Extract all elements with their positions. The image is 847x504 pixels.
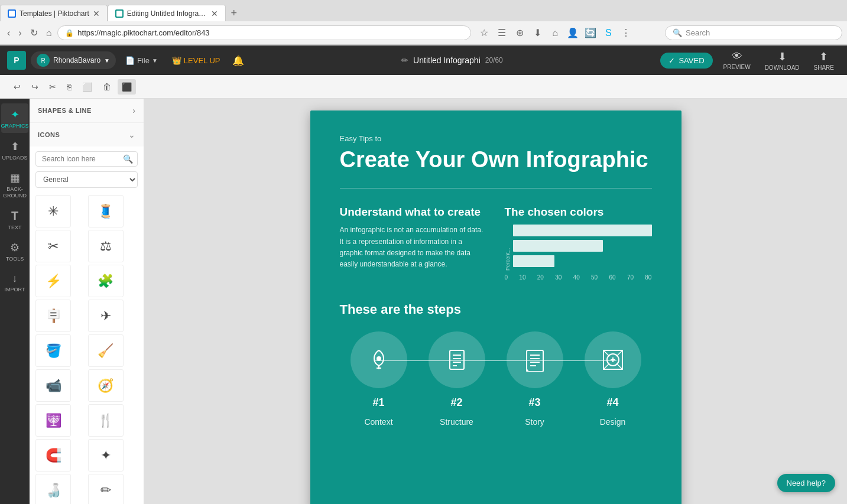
step-3: #3 Story [507, 331, 563, 427]
copy-button[interactable]: ⎘ [63, 79, 76, 95]
icon-item-paper-plane[interactable]: ✈ [88, 300, 124, 332]
icons-section-header[interactable]: ICONS ⌄ [30, 123, 144, 147]
redo-button[interactable]: ↪ [27, 79, 43, 95]
pocket-icon[interactable]: ⊛ [512, 26, 527, 40]
doc-title[interactable]: Untitled Infographi [413, 56, 481, 65]
file-menu[interactable]: 📄 File ▼ [121, 54, 163, 67]
step-2-num: #2 [450, 396, 462, 409]
doc-counter: 20/60 [485, 56, 503, 64]
sidebar-item-tools[interactable]: ⚙ TOOLS [1, 236, 28, 265]
icon-item-menorah[interactable]: 🕎 [35, 404, 71, 437]
icon-item-bottle[interactable]: 🍶 [35, 474, 71, 504]
icon-search-icon[interactable]: 🔍 [123, 154, 133, 164]
icon-item-magnet[interactable]: 🧲 [35, 439, 71, 472]
icons-section: ICONS ⌄ 🔍 General Business Techno [30, 123, 144, 504]
browser-icons: ☆ ☰ ⊛ ⬇ ⌂ 👤 🔄 S ⋮ [477, 26, 633, 40]
icon-item-compass[interactable]: 🧭 [88, 369, 124, 402]
share-button[interactable]: ⬆ SHARE [808, 48, 840, 73]
icon-item-scales[interactable]: ⚖ [88, 230, 124, 262]
info-section1-text: An infographic is not an accumulation of… [340, 225, 487, 270]
icon-item-fork[interactable]: 🍴 [88, 404, 124, 437]
saved-label: SAVED [679, 56, 704, 65]
tab-templates[interactable]: Templates | Piktochart ✕ [0, 5, 108, 21]
svg-rect-10 [527, 350, 543, 372]
new-tab-button[interactable]: + [226, 5, 242, 21]
menu-icon[interactable]: ⋮ [619, 26, 633, 40]
axis-70: 70 [627, 274, 634, 281]
infographic-canvas[interactable]: Easy Tips to Create Your Own Infographic… [310, 110, 682, 504]
sync-icon[interactable]: 🔄 [583, 26, 598, 40]
sidebar-item-import[interactable]: ↓ IMPORT [1, 268, 28, 296]
saved-button[interactable]: ✓ SAVED [660, 53, 712, 69]
paste-button[interactable]: ⬜ [78, 79, 96, 95]
graphics-icon: ✦ [11, 108, 20, 121]
profile-icon[interactable]: 👤 [566, 26, 580, 40]
icon-item-puzzle[interactable]: 🧩 [88, 265, 124, 297]
tab-close-1[interactable]: ✕ [93, 9, 100, 18]
address-input[interactable]: 🔒 https://magic.piktochart.com/editor/84… [57, 25, 471, 40]
svg-point-2 [377, 356, 381, 361]
tab-editing[interactable]: Editing Untitled Infograp... ✕ [108, 5, 226, 21]
preview-button[interactable]: 👁 PREVIEW [718, 48, 757, 73]
sidebar-icon-nav: ✦ GRAPHICS ⬆ UPLOADS ▦ BACK-GROUND T TEX… [0, 99, 30, 504]
info-section2-title: The chosen colors [505, 205, 652, 219]
svg-rect-5 [450, 350, 464, 369]
tab-bar: Templates | Piktochart ✕ Editing Untitle… [0, 0, 847, 21]
forward-button[interactable]: › [16, 25, 24, 41]
icon-item-video[interactable]: 📹 [35, 369, 71, 402]
search-bar[interactable]: 🔍 Search [665, 25, 842, 40]
icon-item-asterisk[interactable]: ✳ [35, 195, 71, 227]
icons-expand-icon: ⌄ [128, 130, 135, 139]
icon-item-bucket[interactable]: 🪣 [35, 334, 71, 367]
user-menu[interactable]: R RhondaBavaro ▼ [31, 51, 116, 69]
left-panel: ✦ GRAPHICS ⬆ UPLOADS ▦ BACK-GROUND T TEX… [0, 99, 144, 504]
tab-close-2[interactable]: ✕ [211, 9, 218, 18]
tab-icon-2 [115, 9, 124, 18]
icon-item-scissors[interactable]: ✂ [35, 230, 71, 262]
axis-60: 60 [609, 274, 615, 281]
step-2-circle [429, 331, 485, 388]
delete-button[interactable]: 🗑 [99, 79, 115, 95]
shapes-section-header[interactable]: SHAPES & LINE › [30, 99, 144, 122]
skype-icon[interactable]: S [601, 26, 615, 40]
chart-bar-fill-1 [513, 225, 652, 236]
undo-button[interactable]: ↩ [9, 79, 25, 95]
download-icon[interactable]: ⬇ [530, 26, 544, 40]
icons-grid: ✳ 🧵 ✂ ⚖ ⚡ 🧩 🪧 ✈ 🪣 🧹 📹 🧭 🕎 🍴 [30, 193, 144, 504]
bring-front-button[interactable]: ⬛ [118, 79, 136, 95]
sidebar-item-background[interactable]: ▦ BACK-GROUND [1, 167, 28, 203]
star-icon[interactable]: ☆ [477, 26, 491, 40]
svg-line-20 [603, 363, 609, 369]
sidebar-item-text[interactable]: T TEXT [1, 204, 28, 234]
share-icon: ⬆ [819, 50, 828, 63]
notification-bell[interactable]: 🔔 [232, 55, 244, 66]
info-steps-title: These are the steps [340, 302, 652, 317]
download-button[interactable]: ⬇ DOWNLOAD [759, 48, 806, 73]
svg-line-18 [603, 350, 609, 356]
icon-item-signpost[interactable]: 🪧 [35, 300, 71, 332]
icon-item-circuit[interactable]: ⚡ [35, 265, 71, 297]
icon-category-dropdown[interactable]: General Business Technology [35, 171, 138, 188]
reload-button[interactable]: ↻ [28, 25, 40, 41]
home-button[interactable]: ⌂ [44, 25, 54, 41]
text-icon: T [11, 209, 18, 223]
icon-item-sewing[interactable]: 🧵 [88, 195, 124, 227]
app-logo[interactable]: P [7, 51, 26, 70]
home-nav-icon[interactable]: ⌂ [548, 26, 562, 40]
levelup-icon: 👑 [172, 56, 181, 65]
background-label: BACK-GROUND [3, 186, 27, 199]
icon-dropdown-row: General Business Technology [30, 171, 144, 193]
need-help-button[interactable]: Need help? [777, 474, 836, 492]
canvas-area[interactable]: Easy Tips to Create Your Own Infographic… [144, 99, 847, 504]
back-button[interactable]: ‹ [5, 25, 12, 41]
levelup-button[interactable]: 👑 LEVEL UP [167, 54, 225, 67]
sidebar-item-uploads[interactable]: ⬆ UPLOADS [1, 135, 28, 164]
icon-item-star[interactable]: ✦ [88, 439, 124, 472]
preview-icon: 👁 [732, 50, 742, 63]
sidebar-item-graphics[interactable]: ✦ GRAPHICS [1, 103, 28, 133]
cut-button[interactable]: ✂ [45, 79, 60, 95]
step-1: #1 Context [351, 331, 407, 427]
icon-item-broom[interactable]: 🧹 [88, 334, 124, 367]
reader-icon[interactable]: ☰ [495, 26, 509, 40]
icon-item-eraser[interactable]: ✏ [88, 474, 124, 504]
